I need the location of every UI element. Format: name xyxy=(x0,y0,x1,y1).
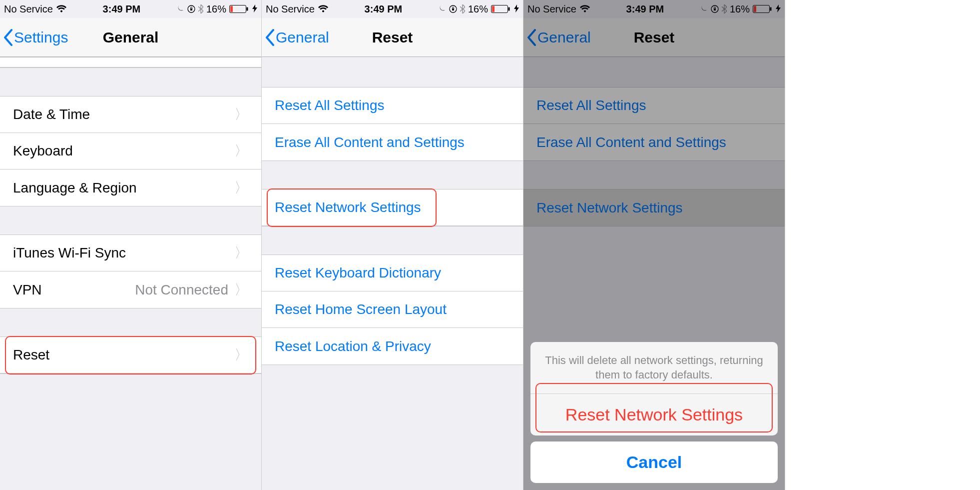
reset-group: Reset Keyboard Dictionary Reset Home Scr… xyxy=(262,254,523,365)
content-scroll[interactable]: Reset All Settings Erase All Content and… xyxy=(262,57,523,490)
battery-pct-text: 16% xyxy=(468,4,488,15)
chevron-right-icon: 〉 xyxy=(234,244,248,262)
wifi-icon xyxy=(318,5,329,13)
action-sheet-destructive-button[interactable]: Reset Network Settings xyxy=(530,394,778,436)
row-vpn[interactable]: VPN Not Connected 〉 xyxy=(0,272,261,308)
row-date-time[interactable]: Date & Time 〉 xyxy=(0,96,261,133)
row-language-region[interactable]: Language & Region 〉 xyxy=(0,170,261,206)
screen-general: No Service 3:49 PM 16% Settings General … xyxy=(0,0,262,490)
nav-title: Reset xyxy=(372,29,413,46)
clock-text: 3:49 PM xyxy=(365,4,403,15)
chevron-right-icon: 〉 xyxy=(234,142,248,160)
chevron-right-icon: 〉 xyxy=(234,280,248,300)
carrier-text: No Service xyxy=(266,4,315,15)
battery-pct-text: 16% xyxy=(206,4,226,15)
action-sheet-message: This will delete all network settings, r… xyxy=(530,342,778,394)
status-bar: No Service 3:49 PM 16% xyxy=(0,0,261,18)
back-button[interactable]: General xyxy=(262,29,329,46)
spacer xyxy=(0,206,261,234)
battery-icon xyxy=(491,5,511,13)
settings-group: Date & Time 〉 Keyboard 〉 Language & Regi… xyxy=(0,96,261,206)
row-label: Reset All Settings xyxy=(275,98,384,114)
back-button[interactable]: Settings xyxy=(0,29,68,46)
do-not-disturb-icon xyxy=(176,5,184,13)
row-label: VPN xyxy=(13,282,42,298)
screen-reset-actionsheet: No Service 3:49 PM 16% General Reset Res… xyxy=(523,0,785,490)
row-label: Reset xyxy=(13,347,49,363)
reset-group: Reset Network Settings xyxy=(262,189,523,226)
battery-icon xyxy=(229,5,249,13)
svg-rect-9 xyxy=(508,8,510,11)
svg-rect-3 xyxy=(230,6,233,12)
do-not-disturb-icon xyxy=(438,5,446,13)
chevron-right-icon: 〉 xyxy=(234,105,248,124)
bluetooth-icon xyxy=(198,4,203,14)
status-bar: No Service 3:49 PM 16% xyxy=(262,0,523,18)
orientation-lock-icon xyxy=(449,5,457,13)
row-erase-all-content[interactable]: Erase All Content and Settings xyxy=(262,124,523,160)
action-sheet-group: This will delete all network settings, r… xyxy=(530,342,778,436)
svg-rect-4 xyxy=(247,8,248,11)
row-reset-location-privacy[interactable]: Reset Location & Privacy xyxy=(262,328,523,364)
chevron-left-icon xyxy=(3,29,13,46)
carrier-text: No Service xyxy=(4,4,53,15)
spacer xyxy=(0,68,261,96)
charging-icon xyxy=(514,4,519,15)
wifi-icon xyxy=(56,5,67,13)
bluetooth-icon xyxy=(460,4,465,14)
spacer xyxy=(262,161,523,189)
orientation-lock-icon xyxy=(187,5,195,13)
row-label: Reset Network Settings xyxy=(275,200,421,216)
chevron-right-icon: 〉 xyxy=(234,346,248,364)
spacer xyxy=(262,57,523,87)
spacer xyxy=(0,308,261,336)
row-keyboard[interactable]: Keyboard 〉 xyxy=(0,133,261,170)
row-reset-network-settings[interactable]: Reset Network Settings xyxy=(262,190,523,226)
row-label: Language & Region xyxy=(13,180,137,196)
row-label: Reset Location & Privacy xyxy=(275,338,431,354)
row-label: Reset Home Screen Layout xyxy=(275,302,447,318)
clock-text: 3:49 PM xyxy=(103,4,141,15)
row-label: Reset Keyboard Dictionary xyxy=(275,265,441,281)
nav-title: General xyxy=(103,29,159,46)
reset-group: Reset All Settings Erase All Content and… xyxy=(262,87,523,161)
settings-group: Reset 〉 xyxy=(0,336,261,374)
partial-row xyxy=(0,58,261,68)
settings-group: iTunes Wi-Fi Sync 〉 VPN Not Connected 〉 xyxy=(0,234,261,308)
row-label: iTunes Wi-Fi Sync xyxy=(13,245,126,261)
row-reset-keyboard-dictionary[interactable]: Reset Keyboard Dictionary xyxy=(262,255,523,292)
row-label: Date & Time xyxy=(13,106,90,122)
row-label: Erase All Content and Settings xyxy=(275,134,465,150)
svg-rect-8 xyxy=(492,6,494,12)
content-scroll[interactable]: Date & Time 〉 Keyboard 〉 Language & Regi… xyxy=(0,57,261,490)
svg-rect-6 xyxy=(452,8,454,10)
screen-reset: No Service 3:49 PM 16% General Reset Res… xyxy=(262,0,523,490)
nav-bar: General Reset xyxy=(262,18,523,57)
svg-rect-1 xyxy=(190,8,192,10)
row-reset-home-screen-layout[interactable]: Reset Home Screen Layout xyxy=(262,292,523,328)
action-sheet: This will delete all network settings, r… xyxy=(530,342,778,483)
back-label: General xyxy=(276,29,329,46)
action-sheet-cancel-button[interactable]: Cancel xyxy=(530,442,778,483)
chevron-left-icon xyxy=(265,29,275,46)
back-label: Settings xyxy=(14,29,68,46)
row-itunes-wifi-sync[interactable]: iTunes Wi-Fi Sync 〉 xyxy=(0,235,261,272)
row-label: Keyboard xyxy=(13,143,73,159)
row-reset[interactable]: Reset 〉 xyxy=(0,337,261,374)
row-reset-all-settings[interactable]: Reset All Settings xyxy=(262,88,523,124)
nav-bar: Settings General xyxy=(0,18,261,57)
spacer xyxy=(262,226,523,254)
charging-icon xyxy=(252,4,257,15)
chevron-right-icon: 〉 xyxy=(234,178,248,198)
row-detail: Not Connected xyxy=(135,282,228,298)
